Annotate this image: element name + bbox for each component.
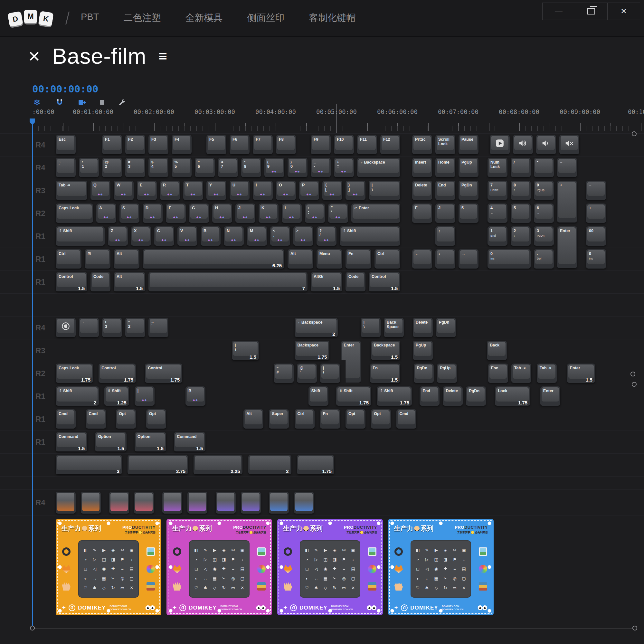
keycap-pgdn[interactable]: PgDn <box>436 318 456 337</box>
blank-keycap[interactable] <box>216 492 236 514</box>
spacebar[interactable]: 1.75 <box>297 455 334 474</box>
keycap-ctrl[interactable]: Ctrl <box>374 249 400 269</box>
keycap-enter[interactable]: ↵ Enter <box>351 204 400 223</box>
nav-item-0[interactable]: PBT <box>81 12 99 24</box>
vol-up-key[interactable] <box>513 135 533 154</box>
keycap-[interactable]: ~` <box>56 158 76 177</box>
keycap-g[interactable]: G◆◆ <box>189 204 209 223</box>
edge-handle[interactable] <box>630 372 635 376</box>
keycap-enter[interactable]: Enter <box>540 386 560 406</box>
keycap-menu[interactable]: Menu <box>317 249 342 269</box>
keycap-esc[interactable]: Esc <box>56 135 76 154</box>
keycap-9[interactable]: 9PgUp <box>534 181 554 200</box>
keycap-9[interactable]: (9◆◆ <box>264 158 284 177</box>
keycap-esc[interactable]: Esc <box>488 364 508 383</box>
keycap-control[interactable]: Control1.75 <box>99 364 136 383</box>
keycap-a[interactable]: A◆◆ <box>96 204 116 223</box>
blank-keycap[interactable] <box>294 492 314 514</box>
keycap-6[interactable]: ^6 <box>195 158 215 177</box>
keycap-pgup[interactable]: PgUp <box>437 364 457 383</box>
keycap-shift[interactable]: ⇧ Shift1.75 <box>377 386 412 406</box>
blank-keycap[interactable] <box>109 492 129 514</box>
keycap-[interactable]: → <box>459 249 478 269</box>
blank-keycap[interactable] <box>269 492 289 514</box>
settings-wrench-icon[interactable] <box>117 98 127 107</box>
keycap-command[interactable]: Command1.5 <box>174 432 205 451</box>
keycap-fn[interactable]: Fn1.5 <box>370 364 400 383</box>
keycap-cmd[interactable]: Cmd <box>396 409 416 429</box>
keycap-pgdn[interactable]: PgDn <box>459 181 478 200</box>
keycap-[interactable]: ~# <box>274 364 294 383</box>
keycap-option[interactable]: Option1.5 <box>95 432 127 451</box>
keycap-f3[interactable]: F3 <box>148 135 168 154</box>
spacebar[interactable]: 2 <box>248 455 291 474</box>
keycap-shift[interactable]: ⇧ Shift2 <box>56 386 99 406</box>
keycap-shift[interactable]: ⇧ Shift <box>340 226 400 246</box>
hamburger-menu-icon[interactable]: ≡ <box>159 49 167 63</box>
mute-key[interactable] <box>559 135 579 154</box>
spacebar[interactable]: 3 <box>56 455 122 474</box>
keycap-3[interactable]: £3 <box>102 318 122 337</box>
keycap-f[interactable]: F◆◆ <box>166 204 186 223</box>
keycap-shift[interactable]: ⇧ Shift1.25 <box>104 386 129 406</box>
keycap-command[interactable]: Command1.5 <box>56 432 87 451</box>
spacebar[interactable]: 6.25 <box>143 249 284 269</box>
keycap-2[interactable]: @2 <box>102 158 122 177</box>
keycap-[interactable]: .Del <box>534 249 554 269</box>
close-editor-icon[interactable]: × <box>28 46 40 66</box>
keycap-[interactable]: + <box>586 204 606 223</box>
keycap-control[interactable]: Control1.5 <box>56 272 87 291</box>
keycap-opt[interactable]: Opt <box>146 409 166 429</box>
keycap-fn[interactable]: Fn <box>320 409 340 429</box>
keycap-end[interactable]: End <box>420 386 440 406</box>
keycap-f1[interactable]: F1 <box>102 135 122 154</box>
keycap-m[interactable]: M◆◆ <box>247 226 267 246</box>
keycap-[interactable]: − <box>557 158 577 177</box>
keycap-pgdn[interactable]: PgDn <box>466 386 486 406</box>
keycap-[interactable]: "'◆◆ <box>328 204 348 223</box>
keycap-back[interactable]: Back <box>487 341 507 360</box>
keycap-f5[interactable]: F5 <box>206 135 226 154</box>
keycap-b[interactable]: B◆◆ <box>185 386 205 406</box>
keycap-2[interactable]: "2 <box>125 318 145 337</box>
keycap-[interactable]: ← <box>412 249 432 269</box>
nav-item-3[interactable]: 侧面丝印 <box>247 12 284 24</box>
keycap-pgup[interactable]: PgUp <box>413 341 433 360</box>
spacebar[interactable]: 7 <box>148 272 308 291</box>
keycap-5[interactable]: 5 <box>459 204 478 223</box>
keycap-[interactable]: ↑ <box>435 226 455 246</box>
keycap-[interactable]: <,◆◆ <box>270 226 290 246</box>
keycap-code[interactable]: Code <box>346 272 365 291</box>
blank-keycap[interactable] <box>162 492 182 514</box>
keycap-[interactable]: |\ <box>361 318 381 337</box>
keycap-shift[interactable]: ⇧ Shift1.75 <box>336 386 371 406</box>
keycap-[interactable]: ⊞ <box>85 249 110 269</box>
keycap-ctrl[interactable]: Ctrl <box>295 409 315 429</box>
keycap-tab[interactable]: Tab ⇥ <box>511 364 531 383</box>
edge-handle[interactable] <box>632 382 637 387</box>
spacebar[interactable]: 2.25 <box>194 455 242 474</box>
nav-item-4[interactable]: 客制化键帽 <box>309 12 355 24</box>
blank-keycap[interactable] <box>241 492 261 514</box>
keycap-f12[interactable]: F12 <box>380 135 400 154</box>
keycap-delete[interactable]: Delete <box>412 181 432 200</box>
keycap-l[interactable]: L◆◆ <box>282 204 302 223</box>
keycap-f6[interactable]: F6 <box>230 135 250 154</box>
keycap-back-space[interactable]: Back Space <box>384 318 404 337</box>
keycap-7[interactable]: 7Home <box>488 181 507 200</box>
magnet-snap-icon[interactable] <box>55 98 64 107</box>
keycap-7[interactable]: &7 <box>218 158 238 177</box>
keycap-z[interactable]: Z◆◆ <box>108 226 128 246</box>
spacebar[interactable]: 2.75 <box>128 455 188 474</box>
keycap-u[interactable]: U◆◆ <box>230 181 250 200</box>
keycap-super[interactable]: Super <box>269 409 289 429</box>
keycap-q[interactable]: Q◆◆ <box>90 181 110 200</box>
blank-keycap[interactable] <box>81 492 101 514</box>
scroll-handle[interactable] <box>30 626 35 630</box>
close-button[interactable]: ✕ <box>607 3 640 20</box>
keycap-tab[interactable]: Tab ⇥ <box>537 364 557 383</box>
keycap-b[interactable]: B◆◆ <box>201 226 221 246</box>
keycap-option[interactable]: Option1.5 <box>135 432 166 451</box>
keycap-c[interactable]: C◆◆ <box>154 226 174 246</box>
keycap-t[interactable]: T◆◆ <box>183 181 203 200</box>
